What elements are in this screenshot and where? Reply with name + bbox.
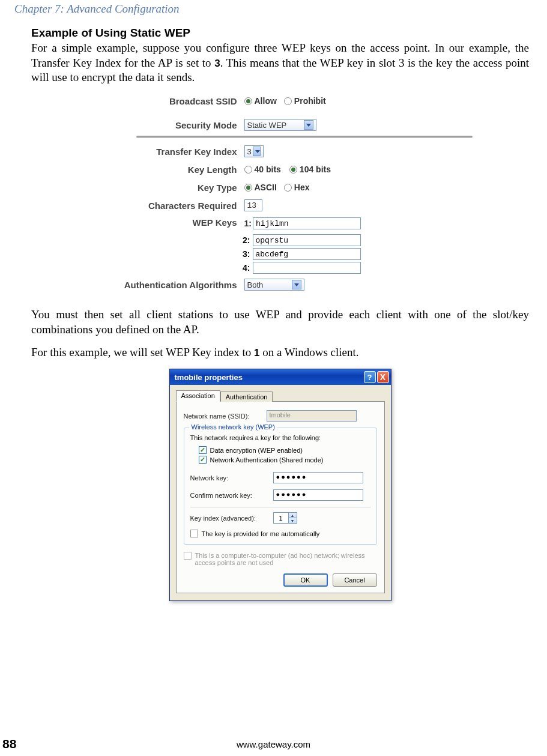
auto-key-checkbox[interactable] — [190, 530, 198, 537]
confirm-key-label: Confirm network key: — [190, 492, 268, 499]
key-length-40-radio[interactable] — [244, 166, 252, 174]
auto-key-label: The key is provided for me automatically — [202, 530, 320, 537]
allow-radio[interactable] — [244, 97, 252, 105]
chars-required-label: Characters Required — [88, 201, 244, 211]
key-length-label: Key Length — [88, 165, 244, 175]
figure-ap-config: Broadcast SSID Allow Prohibit Security M… — [88, 94, 473, 292]
chevron-down-icon — [292, 280, 301, 289]
data-encryption-checkbox[interactable]: ✓ — [199, 446, 207, 454]
dialog-titlebar: tmobile properties ? X — [170, 369, 391, 385]
tab-panel-association: Network name (SSID): tmobile Wireless ne… — [176, 401, 385, 593]
wep-fieldset: Wireless network key (WEP) This network … — [184, 428, 377, 545]
prohibit-label: Prohibit — [294, 96, 326, 106]
wep-fieldset-legend: Wireless network key (WEP) — [189, 423, 277, 431]
tab-strip: Association Authentication — [176, 390, 385, 401]
paragraph-3: For this example, we will set WEP Key in… — [31, 345, 529, 360]
section-subheading: Example of Using Static WEP — [31, 26, 529, 40]
security-mode-select[interactable]: Static WEP — [244, 119, 316, 131]
key-type-hex-label: Hex — [294, 183, 310, 192]
key-type-label: Key Type — [88, 183, 244, 193]
cancel-button[interactable]: Cancel — [333, 573, 377, 587]
key-type-ascii-radio[interactable] — [244, 184, 252, 192]
ssid-input: tmobile — [267, 410, 357, 422]
auth-algorithms-value: Both — [247, 280, 264, 289]
page-number: 88 — [2, 737, 16, 751]
key-index-label: Key index (advanced): — [190, 515, 268, 522]
para3-a: For this example, we will set WEP Key in… — [31, 346, 254, 358]
key-length-40-label: 40 bits — [255, 165, 281, 174]
transfer-key-index-label: Transfer Key Index — [88, 147, 244, 157]
spinner-up-icon[interactable]: ▲ — [288, 513, 297, 518]
wep-desc-text: This network requires a key for the foll… — [190, 434, 370, 441]
paragraph-1: For a simple example, suppose you config… — [31, 41, 529, 85]
network-auth-checkbox[interactable]: ✓ — [199, 456, 207, 464]
spinner-down-icon[interactable]: ▼ — [288, 518, 297, 523]
tab-association[interactable]: Association — [176, 390, 220, 402]
auth-algorithms-select[interactable]: Both — [244, 279, 304, 291]
chevron-down-icon — [253, 147, 261, 156]
data-encryption-label: Data encryption (WEP enabled) — [210, 447, 303, 454]
wep-key-2-num: 2: — [88, 235, 253, 245]
adhoc-label: This is a computer-to-computer (ad hoc) … — [195, 552, 369, 566]
wep-key-1-num: 1: — [244, 219, 252, 228]
dialog-title: tmobile properties — [175, 373, 243, 382]
chapter-header: Chapter 7: Advanced Configuration — [14, 2, 533, 16]
ok-button[interactable]: OK — [283, 573, 328, 587]
prohibit-radio[interactable] — [284, 97, 292, 105]
network-key-input[interactable]: ●●●●●● — [273, 472, 363, 483]
para3-b: on a Windows client. — [259, 346, 358, 358]
network-key-label: Network key: — [190, 474, 268, 482]
confirm-key-input[interactable]: ●●●●●● — [273, 489, 363, 501]
key-length-104-label: 104 bits — [300, 165, 331, 174]
wep-key-4-input[interactable] — [253, 262, 361, 274]
key-type-ascii-label: ASCII — [255, 183, 277, 192]
help-button[interactable]: ? — [364, 371, 376, 383]
auth-algorithms-label: Authentication Algorithms — [88, 280, 244, 290]
broadcast-ssid-label: Broadcast SSID — [88, 96, 244, 106]
wep-key-3-num: 3: — [88, 249, 253, 259]
chevron-down-icon — [304, 120, 313, 130]
para1-bold: 3 — [214, 58, 220, 69]
page-footer: 88 www.gateway.com — [0, 737, 547, 751]
security-mode-label: Security Mode — [88, 120, 244, 130]
key-length-104-radio[interactable] — [289, 166, 297, 174]
transfer-key-index-value: 3 — [247, 147, 252, 156]
close-button[interactable]: X — [377, 371, 389, 383]
footer-url: www.gateway.com — [237, 739, 310, 749]
chars-required-input[interactable]: 13 — [244, 199, 262, 211]
security-mode-value: Static WEP — [247, 121, 287, 130]
wep-key-1-input[interactable]: hijklmn — [253, 217, 361, 229]
network-auth-label: Network Authentication (Shared mode) — [210, 456, 324, 464]
key-type-hex-radio[interactable] — [284, 184, 292, 192]
wep-keys-label: WEP Keys — [88, 216, 244, 228]
allow-label: Allow — [255, 96, 277, 106]
paragraph-2: You must then set all client stations to… — [31, 307, 529, 337]
wep-key-3-input[interactable]: abcdefg — [253, 248, 361, 260]
wep-key-2-input[interactable]: opqrstu — [253, 234, 361, 246]
tab-authentication[interactable]: Authentication — [220, 392, 273, 402]
wep-key-4-num: 4: — [88, 263, 253, 273]
transfer-key-index-select[interactable]: 3 — [244, 145, 264, 157]
adhoc-checkbox — [184, 552, 192, 560]
ssid-label: Network name (SSID): — [184, 413, 262, 420]
figure-windows-dialog: tmobile properties ? X Association Authe… — [169, 369, 391, 601]
key-index-value: 1 — [274, 513, 288, 523]
separator-line — [136, 136, 473, 138]
key-index-spinner[interactable]: 1 ▲ ▼ — [273, 512, 297, 524]
